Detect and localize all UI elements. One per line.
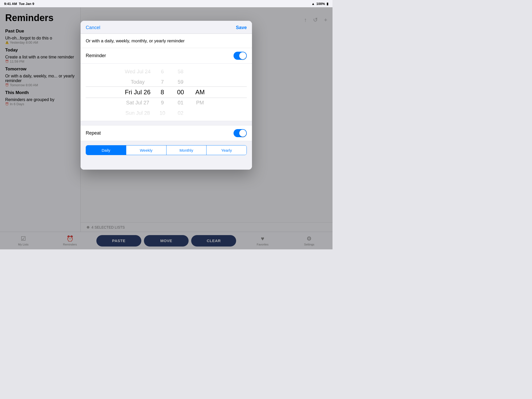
repeat-option-weekly[interactable]: Weekly bbox=[126, 145, 167, 155]
repeat-toggle-row: Repeat bbox=[81, 125, 252, 141]
date-picker[interactable]: Tue Jul 23 Wed Jul 24 Today Fri Jul 26 S… bbox=[81, 64, 252, 121]
picker-item: 5 bbox=[153, 64, 171, 66]
picker-item-selected-date: Fri Jul 26 bbox=[122, 87, 153, 97]
picker-item bbox=[190, 118, 210, 121]
repeat-option-daily[interactable]: Daily bbox=[86, 145, 126, 155]
picker-item-selected-minute: 00 bbox=[171, 87, 190, 97]
picker-item bbox=[190, 64, 210, 66]
picker-item: Today bbox=[122, 77, 153, 87]
picker-item: Wed Jul 24 bbox=[122, 66, 153, 77]
picker-item-selected-hour: 8 bbox=[153, 87, 171, 97]
picker-item: 57 bbox=[171, 64, 190, 66]
picker-item: 02 bbox=[171, 108, 190, 118]
repeat-option-yearly[interactable]: Yearly bbox=[207, 145, 247, 155]
picker-item: 59 bbox=[171, 77, 190, 87]
reminder-label: Reminder bbox=[86, 53, 106, 58]
picker-item: 58 bbox=[171, 66, 190, 77]
reminder-modal: Cancel Save Or with a daily, weekly, mon… bbox=[81, 21, 252, 170]
picker-item: 6 bbox=[153, 66, 171, 77]
reminder-toggle[interactable] bbox=[234, 52, 247, 60]
modal-spacer bbox=[81, 159, 252, 170]
repeat-label: Repeat bbox=[86, 130, 101, 136]
modal-header: Cancel Save bbox=[81, 21, 252, 34]
battery-level: 100% bbox=[316, 2, 325, 6]
status-bar: 9:41 AM Tue Jan 9 ▲ 100% ▮ bbox=[0, 0, 332, 7]
picker-item bbox=[190, 108, 210, 118]
repeat-toggle[interactable] bbox=[234, 129, 247, 137]
repeat-segmented-control: Daily Weekly Monthly Yearly bbox=[86, 145, 247, 155]
picker-item: 10 bbox=[153, 108, 171, 118]
repeat-option-monthly[interactable]: Monthly bbox=[167, 145, 207, 155]
reminder-toggle-row: Reminder bbox=[81, 48, 252, 64]
picker-item: Tue Jul 23 bbox=[122, 64, 153, 66]
picker-minute-col: 57 58 59 00 01 02 03 bbox=[171, 64, 190, 121]
picker-ampm-col: AM PM bbox=[190, 64, 210, 121]
picker-item bbox=[190, 77, 210, 87]
cancel-button[interactable]: Cancel bbox=[86, 25, 100, 30]
picker-item-selected-ampm: AM bbox=[190, 87, 210, 97]
save-button[interactable]: Save bbox=[236, 25, 247, 30]
picker-hour-col: 5 6 7 8 9 10 11 bbox=[153, 64, 171, 121]
wifi-icon: ▲ bbox=[311, 2, 315, 6]
picker-date-col: Tue Jul 23 Wed Jul 24 Today Fri Jul 26 S… bbox=[122, 64, 153, 121]
status-indicators: ▲ 100% ▮ bbox=[311, 2, 328, 6]
picker-item: 03 bbox=[171, 118, 190, 121]
picker-item bbox=[190, 66, 210, 77]
picker-item: 11 bbox=[153, 118, 171, 121]
picker-item: 7 bbox=[153, 77, 171, 87]
picker-item: 01 bbox=[171, 97, 190, 108]
picker-item: PM bbox=[190, 97, 210, 108]
picker-item: 9 bbox=[153, 97, 171, 108]
picker-item: Mon Jul 29 bbox=[122, 118, 153, 121]
modal-description: Or with a daily, weekly, monthly, or yea… bbox=[81, 34, 252, 48]
picker-item: Sat Jul 27 bbox=[122, 97, 153, 108]
repeat-section: Repeat Daily Weekly Monthly Yearly bbox=[81, 121, 252, 170]
battery-icon: ▮ bbox=[327, 2, 328, 6]
status-time: 9:41 AM Tue Jan 9 bbox=[4, 2, 34, 6]
picker-item: Sun Jul 28 bbox=[122, 108, 153, 118]
picker-columns: Tue Jul 23 Wed Jul 24 Today Fri Jul 26 S… bbox=[81, 64, 252, 121]
modal-body: Or with a daily, weekly, monthly, or yea… bbox=[81, 34, 252, 170]
